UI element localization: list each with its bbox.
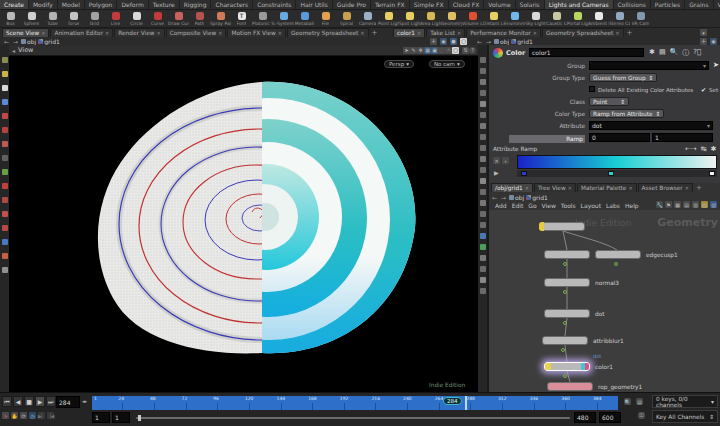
pane-tab-take-list[interactable]: Take List✕ bbox=[426, 28, 465, 37]
shelf-tab-deform[interactable]: Deform bbox=[117, 0, 148, 9]
color-type-dropdown[interactable]: Ramp from Attribute⇕ bbox=[589, 109, 664, 118]
node-rop_geometry1[interactable]: rop_geometry1 bbox=[547, 382, 593, 391]
view-box-icon[interactable]: ▣ bbox=[431, 47, 438, 54]
shelf-tab-simple-fx[interactable]: Simple FX bbox=[410, 0, 449, 9]
shelf-tool-path[interactable]: Path bbox=[189, 10, 210, 27]
shelf-tab-cloud-fx[interactable]: Cloud FX bbox=[449, 0, 485, 9]
new-tab-button[interactable]: + bbox=[694, 184, 704, 192]
shelf-tab-collisions[interactable]: Collisions bbox=[614, 0, 651, 9]
node-dot[interactable]: dot bbox=[544, 309, 590, 318]
tool-icon-7[interactable] bbox=[480, 123, 486, 129]
tool-icon-5[interactable] bbox=[2, 113, 8, 119]
step-back-icon[interactable]: ▕◀ bbox=[47, 412, 54, 419]
delete-attrs-checkbox[interactable] bbox=[589, 86, 595, 92]
lasso-select-icon[interactable]: ✎ bbox=[410, 47, 417, 54]
shelf-tab-terrain-fx[interactable]: Terrain FX bbox=[371, 0, 410, 9]
help-icon[interactable]: ? bbox=[469, 47, 476, 54]
pane-tab-geometry-spreadsheet[interactable]: Geometry Spreadsheet✕ bbox=[287, 28, 368, 37]
network-box-icon[interactable]: ▧ bbox=[710, 201, 717, 208]
shelf-tool-stereo-camera[interactable]: Stereo Camera bbox=[609, 10, 630, 27]
node-attribblur1[interactable]: attribblur1dot bbox=[542, 336, 588, 345]
grid-view-icon[interactable]: ▦ bbox=[674, 201, 681, 208]
shelf-tool-camera[interactable]: Camera bbox=[357, 10, 378, 27]
follow-playhead-icon[interactable]: ➤ bbox=[2, 412, 9, 419]
shelf-tool-draw-curve[interactable]: Draw Curve bbox=[168, 10, 189, 27]
current-frame-field[interactable]: 284 bbox=[56, 396, 80, 408]
menu-go[interactable]: Go bbox=[528, 202, 536, 209]
pane-tab-asset-browser[interactable]: Asset Browser✕ bbox=[638, 183, 693, 192]
shelf-tool-line[interactable]: Line bbox=[105, 10, 126, 27]
flag-icon[interactable]: ⚑ bbox=[665, 201, 672, 208]
display-flag[interactable] bbox=[539, 222, 544, 231]
tool-icon-6[interactable] bbox=[480, 112, 486, 118]
tool-icon-12[interactable] bbox=[480, 178, 486, 184]
ramp-max-field[interactable]: 1 bbox=[652, 133, 713, 142]
playback-end-field[interactable]: 480 bbox=[574, 412, 596, 423]
node-edgecusp1[interactable]: edgecusp1 bbox=[595, 250, 641, 259]
tool-icon-13[interactable] bbox=[2, 225, 8, 231]
menu-layout[interactable]: Layout bbox=[581, 202, 601, 209]
camera-selector[interactable]: No cam▾ bbox=[429, 60, 465, 68]
pane-tab-performance-monitor[interactable]: Performance Monitor✕ bbox=[466, 28, 541, 37]
key-mode-dropdown[interactable]: Key All Channels⇕ bbox=[652, 410, 718, 423]
shelf-tool-vr-cam[interactable]: VR Cam bbox=[630, 10, 651, 27]
shelf-tool-distant-light[interactable]: Distant Light bbox=[483, 10, 504, 27]
shelf-tool-spiral[interactable]: Spiral bbox=[336, 10, 357, 27]
playback-start-field[interactable]: 1 bbox=[112, 412, 130, 423]
tool-icon-10[interactable] bbox=[2, 183, 8, 189]
snap-grid-icon[interactable]: ▦ bbox=[424, 47, 431, 54]
back-icon[interactable]: ← bbox=[3, 38, 10, 45]
tool-icon-1[interactable] bbox=[480, 57, 486, 63]
pane-tab-tree-view[interactable]: Tree View✕ bbox=[534, 183, 576, 192]
shelf-tool-area-light[interactable]: Area Light bbox=[420, 10, 441, 27]
shelf-tab-grains[interactable]: Grains bbox=[685, 0, 713, 9]
tool-icon-14[interactable] bbox=[2, 239, 8, 245]
tool-icon-2[interactable] bbox=[480, 68, 486, 74]
collapse-icon[interactable]: ◂ bbox=[12, 47, 15, 54]
shelf-tool-point-light[interactable]: Point Light bbox=[378, 10, 399, 27]
frame-step-buttons[interactable]: ◂▸ bbox=[82, 398, 87, 404]
shelf-tab-texture[interactable]: Texture bbox=[149, 0, 180, 9]
shelf-tool-sphere[interactable]: Sphere bbox=[21, 10, 42, 27]
shelf-tool-box[interactable]: Box bbox=[0, 10, 21, 27]
ramp-flip-icon[interactable]: ⇠⇢ bbox=[685, 145, 697, 153]
list-view-icon[interactable]: ▤ bbox=[683, 201, 690, 208]
shelf-tool-ambient-light[interactable]: Ambient Light bbox=[588, 10, 609, 27]
camera-view-icon[interactable]: ▢ bbox=[452, 47, 459, 54]
close-icon[interactable]: ✕ bbox=[685, 185, 689, 191]
menu-add[interactable]: Add bbox=[495, 202, 507, 209]
attribute-field[interactable]: dot▾ bbox=[589, 121, 713, 130]
tool-icon-10[interactable] bbox=[480, 156, 486, 162]
shelf-tool-file[interactable]: File bbox=[315, 10, 336, 27]
pane-tab--obj-grid1[interactable]: /obj/grid1✕ bbox=[491, 183, 533, 192]
tool-icon-14[interactable] bbox=[480, 200, 486, 206]
close-icon[interactable]: ✕ bbox=[218, 30, 222, 36]
new-tab-button[interactable]: + bbox=[370, 29, 380, 37]
tool-icon-15[interactable] bbox=[2, 253, 8, 259]
link-icon[interactable]: ◉ bbox=[710, 38, 717, 45]
shelf-tab-lights-and-cameras[interactable]: Lights and Cameras bbox=[545, 0, 614, 9]
tool-icon-12[interactable] bbox=[2, 211, 8, 217]
shelf-tool-spray-paint[interactable]: Spray Paint bbox=[210, 10, 231, 27]
range-start-field[interactable]: 1 bbox=[92, 412, 110, 423]
display-points-icon[interactable]: ☃ bbox=[445, 47, 452, 54]
tool-icon-13[interactable] bbox=[480, 189, 486, 195]
shelf-tab-polygon[interactable]: Polygon bbox=[85, 0, 118, 9]
scrub-hand-icon[interactable]: ✋ bbox=[11, 412, 18, 419]
group-field[interactable]: ▾ bbox=[589, 61, 709, 70]
close-icon[interactable]: ✕ bbox=[105, 30, 109, 36]
close-icon[interactable]: ✕ bbox=[278, 30, 282, 36]
group-select-arrow-icon[interactable]: ➤ bbox=[713, 61, 719, 69]
shelf-tab-constraints[interactable]: Constraints bbox=[253, 0, 296, 9]
keys-summary-dropdown[interactable]: 0 keys, 0/0 channels▾ bbox=[652, 395, 718, 408]
close-icon[interactable]: ✕ bbox=[533, 30, 537, 36]
play-reverse-button[interactable]: ◀ bbox=[13, 396, 23, 407]
translate-icon[interactable]: ✥ bbox=[417, 47, 424, 54]
loop-icon[interactable]: ⟳ bbox=[20, 412, 27, 419]
tool-icon-8[interactable] bbox=[2, 155, 8, 161]
menu-tools[interactable]: Tools bbox=[561, 202, 576, 209]
shelf-tool-curve[interactable]: Curve bbox=[147, 10, 168, 27]
perspective-selector[interactable]: Persp▾ bbox=[384, 60, 414, 68]
pane-tab-geometry-spreadsheet[interactable]: Geometry Spreadsheet✕ bbox=[542, 28, 623, 37]
breadcrumb-grid1[interactable]: grid1 bbox=[38, 38, 60, 45]
